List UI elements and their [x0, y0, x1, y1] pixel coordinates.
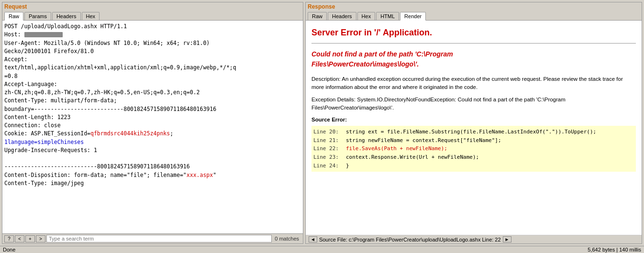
request-tab-bar: Raw Params Headers Hex [2, 11, 303, 21]
error-description: Description: An unhandled exception occu… [311, 75, 636, 92]
search-bar: ? < + > 0 matches [2, 233, 303, 243]
source-code-block: Line 20: string ext = file.FileName.Subs… [311, 126, 636, 172]
language-cookie: 1language=simpleChineses [4, 139, 84, 145]
source-line-22: Line 22: file.SaveAs(Path + newFileName)… [313, 144, 634, 153]
search-input[interactable] [46, 235, 272, 242]
status-right: 5,642 bytes | 140 millis [588, 247, 641, 253]
status-bar: Done 5,642 bytes | 140 millis [0, 246, 644, 253]
session-id: qfbrmdsrc4044kih25z4pnks [90, 130, 170, 137]
scroll-left-arrow[interactable]: ◄ [309, 236, 317, 242]
tab-headers-request[interactable]: Headers [52, 12, 81, 20]
search-help-button[interactable]: ? [4, 235, 14, 242]
error-exception: Exception Details: System.IO.DirectoryNo… [311, 96, 636, 112]
search-prev-button[interactable]: < [15, 235, 24, 242]
source-line-21: Line 21: string newFileName = context.Re… [313, 136, 634, 145]
source-error-label: Source Error: [311, 116, 636, 124]
tab-headers-response[interactable]: Headers [328, 12, 356, 20]
source-file-bar: ◄ Source File: c:\Program Files\PowerCre… [306, 235, 642, 243]
tab-raw-response[interactable]: Raw [308, 12, 327, 20]
tab-params[interactable]: Params [24, 12, 51, 20]
source-file-text: Source File: c:\Program Files\PowerCreat… [319, 237, 501, 242]
request-label: Request [2, 2, 303, 11]
response-content: Server Error in '/' Application. Could n… [306, 21, 642, 235]
tab-render-response[interactable]: Render [400, 12, 426, 21]
tab-hex-request[interactable]: Hex [82, 12, 100, 20]
tab-html-response[interactable]: HTML [376, 12, 399, 20]
request-body: POST /upload/UploadLogo.ashx HTTP/1.1 Ho… [4, 22, 301, 187]
scroll-right-arrow[interactable]: ► [503, 236, 511, 242]
request-panel: Request Raw Params Headers Hex POST /upl… [2, 2, 303, 244]
error-path: Could not find a part of the path 'C:\Pr… [311, 49, 636, 69]
error-title: Server Error in '/' Application. [311, 26, 636, 39]
response-body: Server Error in '/' Application. Could n… [308, 22, 640, 176]
search-add-button[interactable]: + [25, 235, 35, 242]
request-content: POST /upload/UploadLogo.ashx HTTP/1.1 Ho… [2, 21, 303, 233]
search-next-button[interactable]: > [36, 235, 45, 242]
error-divider [311, 43, 636, 44]
response-tab-bar: Raw Headers Hex HTML Render [306, 11, 642, 21]
malicious-filename: xxx.aspx [187, 172, 213, 178]
source-line-20: Line 20: string ext = file.FileName.Subs… [313, 128, 634, 136]
source-line-24: Line 24: } [313, 162, 634, 170]
match-count: 0 matches [273, 236, 301, 242]
source-line-23: Line 23: context.Response.Write(Url + ne… [313, 153, 634, 162]
tab-hex-response[interactable]: Hex [357, 12, 376, 20]
response-panel: Response Raw Headers Hex HTML Render Ser… [305, 2, 642, 244]
host-redacted [24, 32, 63, 37]
response-label: Response [306, 2, 642, 11]
status-left: Done [3, 247, 15, 253]
tab-raw-request[interactable]: Raw [4, 12, 23, 21]
